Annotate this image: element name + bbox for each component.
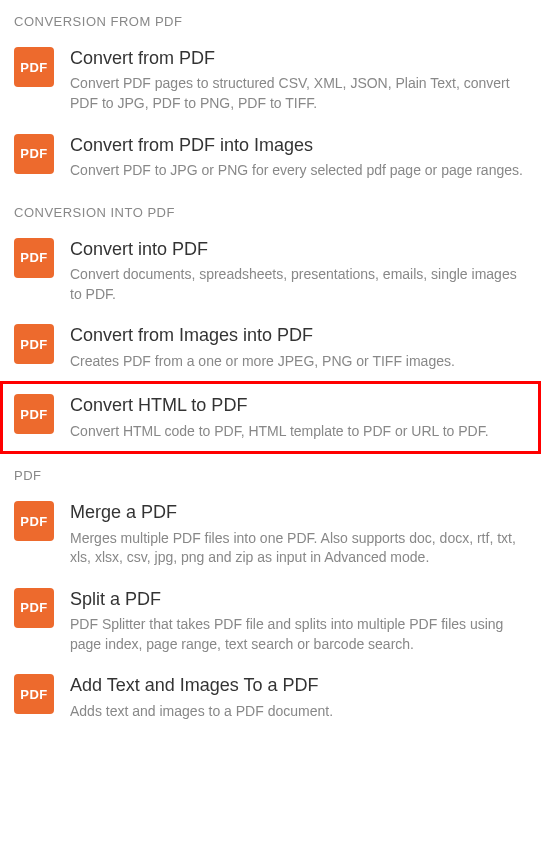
item-description: Convert PDF to JPG or PNG for every sele… bbox=[70, 161, 527, 181]
pdf-icon: PDF bbox=[14, 47, 54, 87]
pdf-icon: PDF bbox=[14, 501, 54, 541]
connector-list: CONVERSION FROM PDFPDFConvert from PDFCo… bbox=[0, 0, 541, 731]
list-item[interactable]: PDFConvert from PDF into ImagesConvert P… bbox=[0, 124, 541, 191]
item-description: Convert PDF pages to structured CSV, XML… bbox=[70, 74, 527, 113]
item-text: Convert from Images into PDFCreates PDF … bbox=[70, 324, 527, 371]
item-description: Adds text and images to a PDF document. bbox=[70, 702, 527, 722]
list-item[interactable]: PDFAdd Text and Images To a PDFAdds text… bbox=[0, 664, 541, 731]
pdf-icon: PDF bbox=[14, 134, 54, 174]
item-description: PDF Splitter that takes PDF file and spl… bbox=[70, 615, 527, 654]
pdf-icon: PDF bbox=[14, 674, 54, 714]
list-item[interactable]: PDFSplit a PDFPDF Splitter that takes PD… bbox=[0, 578, 541, 665]
section-header: PDF bbox=[0, 454, 541, 491]
item-title: Convert from PDF bbox=[70, 47, 527, 70]
list-item[interactable]: PDFMerge a PDFMerges multiple PDF files … bbox=[0, 491, 541, 578]
item-title: Convert from PDF into Images bbox=[70, 134, 527, 157]
item-description: Convert documents, spreadsheets, present… bbox=[70, 265, 527, 304]
item-text: Merge a PDFMerges multiple PDF files int… bbox=[70, 501, 527, 568]
pdf-icon: PDF bbox=[14, 238, 54, 278]
pdf-icon: PDF bbox=[14, 324, 54, 364]
item-text: Convert from PDF into ImagesConvert PDF … bbox=[70, 134, 527, 181]
item-title: Convert into PDF bbox=[70, 238, 527, 261]
list-item[interactable]: PDFConvert into PDFConvert documents, sp… bbox=[0, 228, 541, 315]
item-text: Convert into PDFConvert documents, sprea… bbox=[70, 238, 527, 305]
pdf-icon: PDF bbox=[14, 394, 54, 434]
item-title: Merge a PDF bbox=[70, 501, 527, 524]
item-title: Add Text and Images To a PDF bbox=[70, 674, 527, 697]
list-item[interactable]: PDFConvert from PDFConvert PDF pages to … bbox=[0, 37, 541, 124]
item-description: Convert HTML code to PDF, HTML template … bbox=[70, 422, 527, 442]
item-text: Split a PDFPDF Splitter that takes PDF f… bbox=[70, 588, 527, 655]
item-title: Convert HTML to PDF bbox=[70, 394, 527, 417]
item-text: Convert HTML to PDFConvert HTML code to … bbox=[70, 394, 527, 441]
item-description: Merges multiple PDF files into one PDF. … bbox=[70, 529, 527, 568]
section-header: CONVERSION INTO PDF bbox=[0, 191, 541, 228]
item-title: Convert from Images into PDF bbox=[70, 324, 527, 347]
pdf-icon: PDF bbox=[14, 588, 54, 628]
item-text: Add Text and Images To a PDFAdds text an… bbox=[70, 674, 527, 721]
section-header: CONVERSION FROM PDF bbox=[0, 0, 541, 37]
list-item[interactable]: PDFConvert from Images into PDFCreates P… bbox=[0, 314, 541, 381]
item-text: Convert from PDFConvert PDF pages to str… bbox=[70, 47, 527, 114]
item-title: Split a PDF bbox=[70, 588, 527, 611]
list-item[interactable]: PDFConvert HTML to PDFConvert HTML code … bbox=[0, 381, 541, 454]
item-description: Creates PDF from a one or more JPEG, PNG… bbox=[70, 352, 527, 372]
